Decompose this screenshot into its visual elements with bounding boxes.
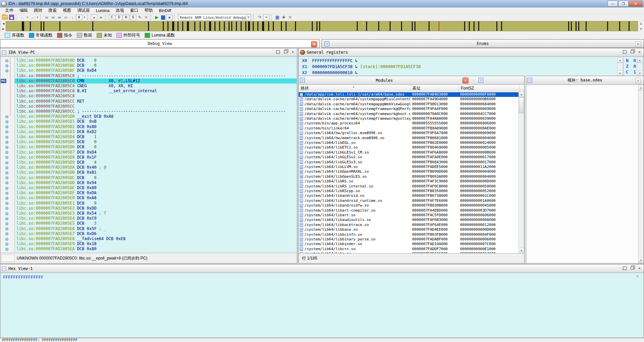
disasm-line[interactable]: libc.so:0000007FAD2805D1 DCB 0xB <box>14 119 297 124</box>
breakpoint-dot-icon[interactable] <box>5 115 8 118</box>
disasm-line[interactable]: libc.so:0000007FAD2805E9 DCB 0x1B <box>14 241 297 246</box>
module-row[interactable]: /system/lib64/libLLVM.so0000007FADEE5000… <box>299 165 519 169</box>
menu-item-选项[interactable]: 选项 <box>113 7 127 14</box>
module-row[interactable]: /system/lib64/hw/gralloc.msm8996.so00000… <box>299 131 519 135</box>
disasm-line[interactable]: libc.so:0000007FAD2805BF DCB 0xD4 <box>14 68 297 73</box>
hex-view-maximize-icon[interactable] <box>623 266 627 270</box>
module-row[interactable]: /data/dalvik-cache/arm64/system@app@WebV… <box>299 102 519 107</box>
breakpoint-dot-icon[interactable] <box>5 197 8 200</box>
scroll-up-icon[interactable]: ▲ <box>617 58 623 63</box>
back-dropdown-icon[interactable]: ▾ <box>26 14 29 20</box>
breakpoint-dot-icon[interactable] <box>5 238 8 241</box>
disasm-line[interactable]: libc.so:0000007FAD2805E5 DCB 3 <box>14 221 297 226</box>
modules-close-icon[interactable]: ✕ <box>462 77 468 83</box>
disassembly-view[interactable]: PC libc.so:0000007FAD2805BD DCB 0libc.so… <box>0 57 297 254</box>
disasm-line[interactable]: libc.so:0000007FAD2805C0 CMN X0, #1,LSL#… <box>14 78 297 83</box>
open-file-icon[interactable] <box>2 15 8 19</box>
add-breakpoint-icon[interactable]: ✚ <box>281 14 287 20</box>
navband-scroll-buttons[interactable]: ▲ ▼ <box>638 21 644 32</box>
modules-column-headers[interactable]: 路径▲基址FontSZ <box>299 85 524 92</box>
breakpoint-dot-icon[interactable] <box>5 156 8 159</box>
save-icon[interactable] <box>9 15 14 20</box>
follow-pointer-icon[interactable]: ↳ <box>355 70 358 75</box>
disasm-line[interactable]: libc.so:0000007FAD2805C4 CNEG X0, X0, HI <box>14 83 297 89</box>
scroll-down-icon[interactable]: ▼ <box>637 70 642 76</box>
disasm-line[interactable]: libc.so:0000007FAD2805C8 <box>14 94 297 99</box>
breakpoint-dot-icon[interactable] <box>5 202 8 205</box>
modules-column-header-FontSZ[interactable]: FontSZ <box>459 85 519 92</box>
disasm-line[interactable]: libc.so:0000007FAD2805BE DCB 0 <box>14 63 297 68</box>
lumina-icon[interactable]: ● <box>98 14 104 20</box>
scroll-up-icon[interactable]: ▲ <box>637 58 642 63</box>
breakpoint-dot-icon[interactable] <box>5 64 8 67</box>
scroll-up-icon[interactable]: ▲ <box>519 92 524 97</box>
scroll-up-icon[interactable]: ▲ <box>638 85 643 91</box>
register-row-X2[interactable]: X2 0000000000000010 ↳ <box>302 70 358 76</box>
jump-address-icon[interactable]: ↓ <box>69 14 75 20</box>
hex-view-titlebar[interactable]: Hex View-1 ✕ <box>0 265 644 273</box>
breakpoint-dot-icon[interactable] <box>5 207 8 210</box>
module-row[interactable]: /system/lib64/libbcinfo.so0000007FB03FB0… <box>299 232 519 237</box>
minimize-button[interactable]: ─ <box>607 1 618 7</box>
disasm-line[interactable]: libc.so:0000007FAD2805CC <box>14 104 297 109</box>
navband-left-arrows[interactable]: ◀ ▶ <box>0 21 6 32</box>
disasm-line[interactable]: libc.so:0000007FAD2805DB DCB 0xB1 <box>14 170 297 175</box>
disasm-line[interactable]: libc.so:0000007FAD2805C8 B.HI __set_errn… <box>14 89 297 94</box>
breakpoint-dot-icon[interactable] <box>5 120 8 123</box>
disasm-line[interactable]: libc.so:0000007FAD2805CC ; -------------… <box>14 109 297 114</box>
breakpoint-dot-icon[interactable] <box>5 192 8 195</box>
pause-process-icon[interactable] <box>161 15 165 19</box>
menu-item-调试器[interactable]: 调试器 <box>74 7 93 14</box>
disasm-line[interactable]: libc.so:0000007FAD2805DC DCB 0 <box>14 175 297 180</box>
module-row[interactable]: /system/lib64/libRS_internal.so0000007FA… <box>299 184 519 189</box>
disasm-line[interactable]: libc.so:0000007FAD2805D2 DCB 0x80 <box>14 124 297 129</box>
navigation-band[interactable] <box>6 21 638 31</box>
disasm-line[interactable]: libc.so:0000007FAD2805DA DCB 0x40 ; @ <box>14 165 297 170</box>
search-immediate-icon[interactable]: ∞ <box>50 14 56 20</box>
breakpoint-dot-icon[interactable] <box>5 176 8 179</box>
navigate-back-icon[interactable]: ← <box>19 14 25 20</box>
module-detail-content[interactable] <box>526 85 638 263</box>
breakpoint-dot-icon[interactable] <box>5 130 8 133</box>
modules-column-header-base[interactable]: 基址 <box>410 85 459 92</box>
menu-item-BinDiff[interactable]: BinDiff <box>156 8 175 14</box>
breakpoint-dot-icon[interactable] <box>5 232 8 235</box>
registers-maximize-icon[interactable] <box>623 50 627 54</box>
strings-dropdown-icon[interactable]: ▾ <box>83 14 86 20</box>
breakpoint-dot-icon[interactable] <box>5 146 8 149</box>
create-name-icon[interactable]: N <box>123 15 129 20</box>
disasm-line[interactable]: libc.so:0000007FAD2805D3 DCB 0xD2 <box>14 129 297 134</box>
breakpoint-dot-icon[interactable] <box>5 243 8 246</box>
module-row[interactable]: /system/lib64/libRS.so0000007FAF3C900000… <box>299 179 519 184</box>
module-row[interactable]: /data/dalvik-cache/arm64/system@framewor… <box>299 116 519 121</box>
module-row[interactable]: /system/lib64/libGLESv1_CM.so0000007FAF6… <box>299 150 519 155</box>
menu-item-视图[interactable]: 视图 <box>60 7 74 14</box>
module-row[interactable]: /system/lib64/libandroid.so0000007FB0738… <box>299 193 519 198</box>
breakpoint-dot-icon[interactable] <box>5 125 8 128</box>
disassembly-gutter[interactable]: PC <box>0 57 15 254</box>
create-string-icon[interactable]: S <box>130 15 136 20</box>
enums-close-icon[interactable]: ✕ <box>635 41 641 47</box>
undefine-icon[interactable]: ✕ <box>143 14 149 20</box>
scroll-down-icon[interactable]: ▼ <box>617 70 623 76</box>
continue-process-icon[interactable]: ▶ <box>154 14 160 20</box>
close-button[interactable]: ✕ <box>629 1 643 7</box>
breakpoint-dot-icon[interactable] <box>5 166 8 169</box>
module-row[interactable]: /system/lib64/libc++.so0000007FADDF70000… <box>299 247 519 251</box>
disasm-line[interactable]: libc.so:0000007FAD2805BD DCB 0 <box>14 58 297 63</box>
run-until-return-icon[interactable]: ↪ <box>263 15 269 20</box>
debug-view-caption[interactable]: Debug View ✕ <box>0 39 319 48</box>
disasm-line[interactable]: libc.so:0000007FAD2805DF DCB 0xDA <box>14 190 297 195</box>
debugger-select-arrow-icon[interactable]: ▼ <box>246 14 251 20</box>
module-row[interactable]: /system/lib64/libandroid_runtime.so00000… <box>299 198 519 203</box>
scrollbar-thumb[interactable] <box>519 97 524 113</box>
breakpoint-dot-icon[interactable] <box>5 69 8 72</box>
scroll-down-icon[interactable]: ▼ <box>519 248 524 253</box>
breakpoint-dot-icon[interactable] <box>5 59 8 62</box>
disasm-line[interactable]: libc.so:0000007FAD2805DE DCB 0x80 <box>14 185 297 190</box>
module-row[interactable]: /system/lib64/hw/memtrack.msm8996.so0000… <box>299 136 519 140</box>
ida-view-maximize-icon[interactable] <box>276 50 280 54</box>
follow-pointer-icon[interactable]: ↳ <box>355 64 358 69</box>
breakpoint-dot-icon[interactable] <box>5 161 8 164</box>
module-row[interactable]: /system/bin/app_process64000000555555500… <box>299 121 519 126</box>
